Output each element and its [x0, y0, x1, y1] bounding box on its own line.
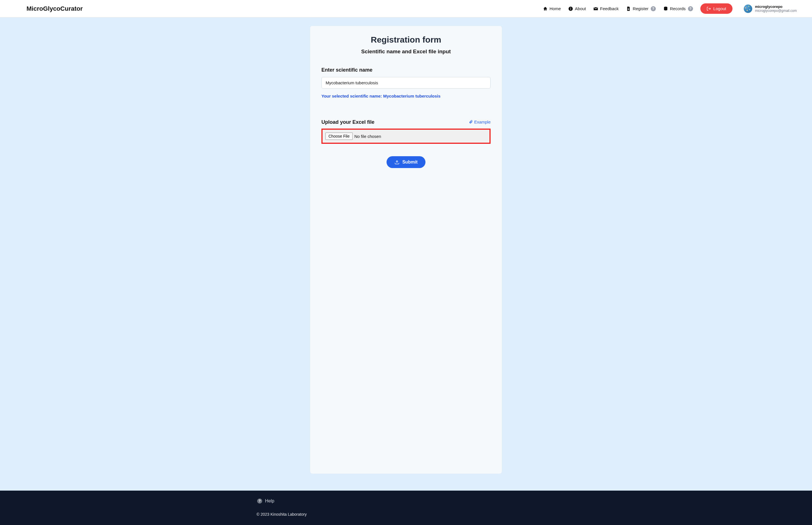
nav-about-label: About: [575, 6, 586, 11]
nav-register-label: Register: [633, 6, 648, 11]
content-area: Registration form Scientific name and Ex…: [0, 17, 812, 491]
logout-label: Logout: [713, 6, 726, 11]
help-icon[interactable]: ?: [688, 6, 693, 11]
svg-point-2: [570, 7, 571, 8]
info-icon: [568, 6, 573, 11]
user-name: microglycorepo: [755, 4, 797, 9]
brand-title: MicroGlycoCurator: [27, 5, 82, 12]
avatar: [744, 4, 752, 13]
file-plus-icon: [626, 6, 631, 11]
form-subtitle: Scientific name and Excel file input: [321, 48, 491, 55]
nav-records[interactable]: Records ?: [663, 6, 693, 11]
nav-feedback-label: Feedback: [600, 6, 619, 11]
help-icon: ?: [257, 498, 262, 504]
form-title: Registration form: [321, 35, 491, 45]
database-icon: [663, 6, 668, 11]
registration-card: Registration form Scientific name and Ex…: [310, 26, 502, 474]
footer: ? Help © 2023 Kinoshita Laboratory: [0, 491, 812, 525]
header: MicroGlycoCurator Home About Feedback Re…: [0, 0, 812, 17]
logout-icon: [707, 6, 711, 11]
submit-label: Submit: [402, 160, 418, 165]
svg-rect-1: [570, 8, 571, 10]
upload-icon: [394, 160, 400, 165]
scientific-name-input[interactable]: [321, 77, 491, 89]
scientific-name-label: Enter scientific name: [321, 67, 491, 73]
paperclip-icon: [469, 120, 473, 124]
footer-copyright: © 2023 Kinoshita Laboratory: [257, 512, 555, 516]
logout-button[interactable]: Logout: [700, 3, 733, 14]
help-icon[interactable]: ?: [651, 6, 656, 11]
selected-name-value: Mycobacterium tuberculosis: [383, 94, 440, 99]
top-nav: Home About Feedback Register ? Rec: [543, 3, 797, 14]
example-link-label: Example: [474, 120, 491, 124]
selected-name-prefix: Your selected scientific name:: [321, 94, 383, 99]
nav-home-label: Home: [550, 6, 561, 11]
choose-file-button[interactable]: Choose File: [325, 133, 353, 140]
envelope-icon: [593, 6, 598, 11]
nav-register[interactable]: Register ?: [626, 6, 656, 11]
nav-about[interactable]: About: [568, 6, 586, 11]
nav-feedback[interactable]: Feedback: [593, 6, 619, 11]
selected-name-display: Your selected scientific name: Mycobacte…: [321, 94, 491, 99]
example-link[interactable]: Example: [469, 120, 491, 124]
footer-help-label: Help: [265, 498, 274, 504]
user-info: microglycorepo microglycorepo@gmail.com: [755, 4, 797, 13]
home-icon: [543, 6, 548, 11]
nav-records-label: Records: [670, 6, 686, 11]
nav-home[interactable]: Home: [543, 6, 561, 11]
file-upload-box: Choose File No file chosen: [321, 129, 491, 144]
user-block[interactable]: microglycorepo microglycorepo@gmail.com: [744, 4, 797, 13]
file-status-text: No file chosen: [355, 134, 381, 139]
submit-button[interactable]: Submit: [387, 156, 425, 168]
upload-label: Upload your Excel file: [321, 119, 374, 125]
user-email: microglycorepo@gmail.com: [755, 9, 797, 13]
footer-help-link[interactable]: ? Help: [257, 498, 555, 504]
